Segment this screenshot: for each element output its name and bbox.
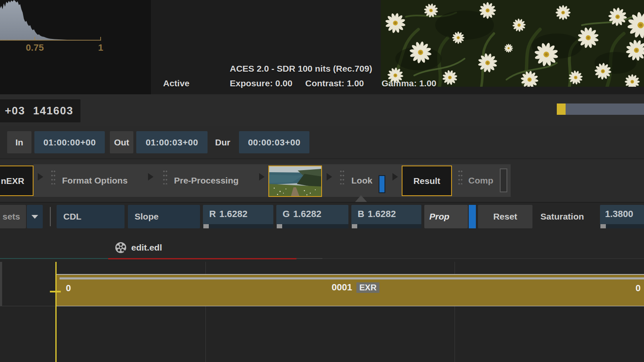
pipeline-arrow-icon (392, 173, 398, 181)
cdl-row: sets CDL Slope R1.6282 G1.6282 B1.6282 P… (0, 202, 644, 235)
clip-name: 0001 (332, 282, 352, 293)
pipeline-arrow-icon (327, 173, 332, 181)
saturation-slider[interactable]: 1.3800 (600, 205, 644, 228)
out-button[interactable]: Out (110, 131, 133, 153)
slope-blue-slider[interactable]: B1.6282 (351, 205, 421, 228)
prop-indicator-bar[interactable] (469, 205, 476, 228)
pipeline-node-result[interactable]: Result (402, 165, 452, 196)
presets-dropdown-button[interactable] (27, 205, 43, 228)
tab-underline-teal (0, 258, 108, 259)
slope-green-slider[interactable]: G1.6282 (276, 205, 348, 228)
color-grading-app: 0.75 1 (0, 0, 644, 362)
playhead-tick[interactable] (50, 291, 61, 292)
viewer-area: 0.75 1 (0, 0, 644, 94)
in-timecode-field[interactable]: 01:00:00+00 (34, 131, 105, 153)
pipeline-thumbnail-node[interactable] (268, 165, 322, 197)
slope-green-label: G (283, 209, 290, 220)
slope-green-value: 1.6282 (293, 209, 321, 220)
tab-edit-edl[interactable]: edit.edl (115, 242, 162, 253)
chevron-down-icon (31, 215, 38, 219)
drag-handle-icon[interactable] (163, 169, 167, 184)
pipeline-arrow-icon (259, 173, 265, 181)
scrubber-playhead[interactable] (557, 103, 566, 115)
clip-title: 0001 EXR (332, 282, 379, 293)
pipeline-node-look[interactable]: Look (351, 164, 372, 197)
look-expander-caret[interactable] (355, 195, 367, 202)
divider (50, 207, 51, 226)
out-timecode-field[interactable]: 01:00:03+00 (136, 131, 208, 153)
colorspace-label: ACES 2.0 - SDR 100 nits (Rec.709) (230, 64, 372, 74)
tab-label: edit.edl (131, 243, 162, 253)
histogram-panel: 0.75 1 (0, 0, 151, 94)
clip-end-frame: 0 (636, 283, 641, 294)
timeline-tab-row: edit.edl (0, 235, 644, 259)
cdl-button[interactable]: CDL (57, 205, 125, 228)
coastline-thumbnail (269, 166, 321, 196)
slope-blue-value: 1.6282 (368, 209, 396, 220)
mini-timeline-scrubber[interactable] (566, 103, 644, 115)
pipeline-node-source[interactable]: nEXR (0, 165, 34, 196)
frame-field-left[interactable]: +03 (0, 99, 29, 122)
reset-button[interactable]: Reset (478, 205, 532, 228)
timeline-clip-0001[interactable]: 0 0001 EXR 0 (56, 274, 644, 306)
transport-bar: +03 141603 (0, 94, 644, 126)
dur-timecode-field[interactable]: 00:00:03+00 (239, 131, 309, 153)
slider-track[interactable] (351, 224, 421, 228)
clip-media-bar (60, 277, 644, 279)
contrast-label: Contrast: 1.00 (305, 78, 364, 88)
slider-track[interactable] (203, 224, 273, 228)
active-label: Active (163, 78, 190, 88)
slider-handle[interactable] (277, 224, 282, 228)
histogram-tick-1: 1 (84, 42, 117, 53)
gamma-label: Gamma: 1.00 (382, 78, 436, 88)
frame-field-right[interactable]: 141603 (26, 99, 80, 122)
comp-indicator-slot[interactable] (500, 168, 507, 192)
pipeline-arrow-icon (148, 173, 153, 181)
drag-handle-icon[interactable] (458, 169, 462, 184)
look-indicator-bar[interactable] (379, 175, 385, 193)
exposure-label: Exposure: 0.00 (230, 78, 292, 88)
drag-handle-icon[interactable] (340, 169, 344, 184)
slider-track[interactable] (276, 224, 348, 228)
range-row: In 01:00:00+00 Out 01:00:03+00 Dur 00:00… (0, 126, 644, 158)
slider-handle[interactable] (203, 224, 209, 228)
viewer-image (381, 0, 644, 87)
slope-red-value: 1.6282 (219, 209, 247, 220)
track-edge-strip (0, 262, 2, 306)
pipeline-node-comp[interactable]: Comp (468, 164, 493, 197)
prop-toggle[interactable]: Prop (424, 205, 468, 228)
in-button[interactable]: In (7, 131, 31, 153)
slider-handle[interactable] (600, 224, 606, 228)
timeline-playhead[interactable] (55, 262, 57, 362)
clip-start-frame: 0 (66, 283, 71, 294)
slope-red-slider[interactable]: R1.6282 (203, 205, 273, 228)
pipeline-row: nEXR Format Options Pre-Processing (0, 158, 644, 202)
film-reel-icon (115, 242, 127, 253)
drag-handle-icon[interactable] (51, 169, 55, 184)
pipeline-node-format-options[interactable]: Format Options (62, 164, 127, 197)
clip-format-badge: EXR (356, 282, 379, 293)
timeline-area: 0 0001 EXR 0 (0, 259, 644, 362)
slope-button[interactable]: Slope (128, 205, 200, 228)
pipeline-node-pre-processing[interactable]: Pre-Processing (174, 164, 239, 197)
track-divider (0, 306, 56, 306)
saturation-value: 1.3800 (605, 209, 633, 220)
pipeline-arrow-icon (38, 173, 43, 181)
slider-track[interactable] (600, 224, 644, 228)
tab-underline-grey (296, 258, 322, 259)
daisy-field-image (381, 0, 644, 87)
slider-handle[interactable] (352, 224, 357, 228)
slope-red-label: R (209, 209, 216, 220)
saturation-label: Saturation (540, 205, 584, 228)
histogram-tick-075: 0.75 (18, 42, 52, 53)
dur-label: Dur (215, 131, 230, 153)
presets-button[interactable]: sets (0, 205, 26, 228)
slope-blue-label: B (358, 209, 364, 220)
